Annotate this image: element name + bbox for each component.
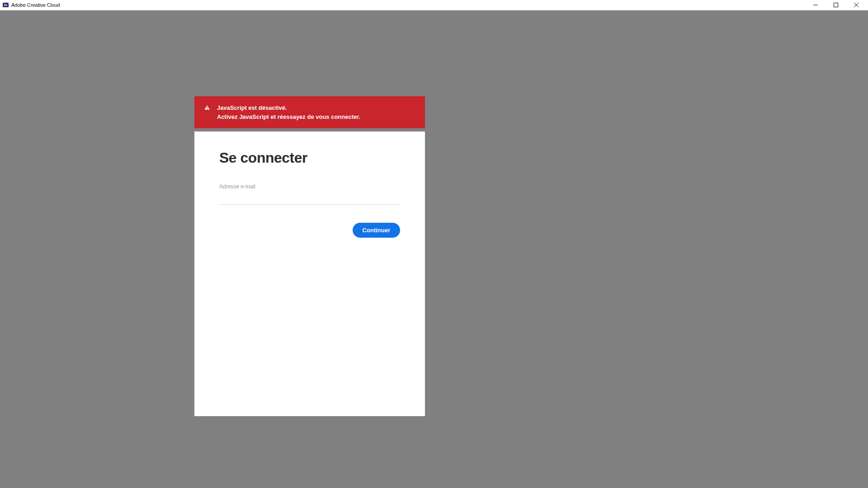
close-icon <box>854 3 859 7</box>
svg-rect-1 <box>834 3 838 7</box>
minimize-icon <box>813 3 818 7</box>
maximize-button[interactable] <box>826 0 846 10</box>
email-input-group: Adresse e-mail <box>219 183 400 205</box>
javascript-alert: JavaScript est désactivé. Activez JavaSc… <box>194 96 425 128</box>
titlebar: Ma Adobe Creative Cloud <box>0 0 868 10</box>
app-icon: Ma <box>3 3 9 7</box>
signin-title: Se connecter <box>219 150 400 166</box>
content-area: JavaScript est désactivé. Activez JavaSc… <box>0 10 868 488</box>
alert-line1: JavaScript est désactivé. <box>217 103 360 113</box>
email-field[interactable] <box>219 192 400 205</box>
close-button[interactable] <box>846 0 866 10</box>
continue-button[interactable]: Continuer <box>353 223 400 238</box>
alert-line2: Activez JavaScript et réessayez de vous … <box>217 113 360 122</box>
email-label: Adresse e-mail <box>219 183 400 190</box>
window-controls <box>805 0 866 10</box>
maximize-icon <box>834 3 838 7</box>
signin-dialog: JavaScript est désactivé. Activez JavaSc… <box>194 96 425 416</box>
button-row: Continuer <box>219 223 400 238</box>
minimize-button[interactable] <box>805 0 826 10</box>
warning-icon <box>203 104 211 113</box>
alert-text: JavaScript est désactivé. Activez JavaSc… <box>217 103 360 121</box>
signin-card: Se connecter Adresse e-mail Continuer <box>194 131 425 416</box>
window-title: Adobe Creative Cloud <box>11 2 805 8</box>
app-icon-text: Ma <box>4 4 7 6</box>
